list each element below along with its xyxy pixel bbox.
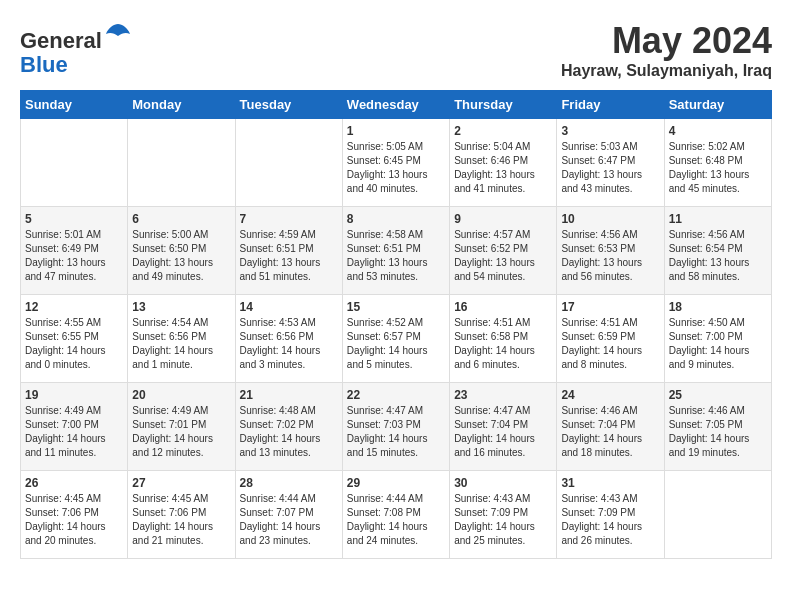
calendar-cell: 13Sunrise: 4:54 AM Sunset: 6:56 PM Dayli… — [128, 295, 235, 383]
calendar-cell: 25Sunrise: 4:46 AM Sunset: 7:05 PM Dayli… — [664, 383, 771, 471]
calendar-week-row: 19Sunrise: 4:49 AM Sunset: 7:00 PM Dayli… — [21, 383, 772, 471]
day-number: 2 — [454, 124, 552, 138]
calendar-cell: 3Sunrise: 5:03 AM Sunset: 6:47 PM Daylig… — [557, 119, 664, 207]
calendar-cell — [21, 119, 128, 207]
day-info: Sunrise: 5:03 AM Sunset: 6:47 PM Dayligh… — [561, 140, 659, 196]
day-info: Sunrise: 4:56 AM Sunset: 6:54 PM Dayligh… — [669, 228, 767, 284]
calendar-week-row: 5Sunrise: 5:01 AM Sunset: 6:49 PM Daylig… — [21, 207, 772, 295]
calendar-cell: 10Sunrise: 4:56 AM Sunset: 6:53 PM Dayli… — [557, 207, 664, 295]
day-number: 4 — [669, 124, 767, 138]
day-number: 27 — [132, 476, 230, 490]
day-info: Sunrise: 5:01 AM Sunset: 6:49 PM Dayligh… — [25, 228, 123, 284]
calendar-cell: 16Sunrise: 4:51 AM Sunset: 6:58 PM Dayli… — [450, 295, 557, 383]
calendar-table: SundayMondayTuesdayWednesdayThursdayFrid… — [20, 90, 772, 559]
day-info: Sunrise: 4:44 AM Sunset: 7:07 PM Dayligh… — [240, 492, 338, 548]
calendar-cell: 20Sunrise: 4:49 AM Sunset: 7:01 PM Dayli… — [128, 383, 235, 471]
day-number: 6 — [132, 212, 230, 226]
day-number: 8 — [347, 212, 445, 226]
calendar-cell: 24Sunrise: 4:46 AM Sunset: 7:04 PM Dayli… — [557, 383, 664, 471]
day-of-week-friday: Friday — [557, 91, 664, 119]
day-number: 11 — [669, 212, 767, 226]
calendar-cell: 23Sunrise: 4:47 AM Sunset: 7:04 PM Dayli… — [450, 383, 557, 471]
day-number: 10 — [561, 212, 659, 226]
day-of-week-wednesday: Wednesday — [342, 91, 449, 119]
calendar-cell: 21Sunrise: 4:48 AM Sunset: 7:02 PM Dayli… — [235, 383, 342, 471]
calendar-week-row: 26Sunrise: 4:45 AM Sunset: 7:06 PM Dayli… — [21, 471, 772, 559]
calendar-cell: 15Sunrise: 4:52 AM Sunset: 6:57 PM Dayli… — [342, 295, 449, 383]
day-number: 19 — [25, 388, 123, 402]
day-number: 1 — [347, 124, 445, 138]
day-info: Sunrise: 4:48 AM Sunset: 7:02 PM Dayligh… — [240, 404, 338, 460]
day-info: Sunrise: 4:46 AM Sunset: 7:05 PM Dayligh… — [669, 404, 767, 460]
logo-blue: Blue — [20, 52, 68, 77]
day-number: 25 — [669, 388, 767, 402]
day-info: Sunrise: 4:51 AM Sunset: 6:58 PM Dayligh… — [454, 316, 552, 372]
day-number: 15 — [347, 300, 445, 314]
calendar-cell: 12Sunrise: 4:55 AM Sunset: 6:55 PM Dayli… — [21, 295, 128, 383]
day-info: Sunrise: 5:05 AM Sunset: 6:45 PM Dayligh… — [347, 140, 445, 196]
day-info: Sunrise: 4:49 AM Sunset: 7:01 PM Dayligh… — [132, 404, 230, 460]
day-number: 30 — [454, 476, 552, 490]
day-number: 13 — [132, 300, 230, 314]
calendar-cell: 27Sunrise: 4:45 AM Sunset: 7:06 PM Dayli… — [128, 471, 235, 559]
day-info: Sunrise: 4:54 AM Sunset: 6:56 PM Dayligh… — [132, 316, 230, 372]
logo-bird-icon — [104, 20, 132, 48]
calendar-cell: 1Sunrise: 5:05 AM Sunset: 6:45 PM Daylig… — [342, 119, 449, 207]
calendar-cell: 2Sunrise: 5:04 AM Sunset: 6:46 PM Daylig… — [450, 119, 557, 207]
day-number: 21 — [240, 388, 338, 402]
day-info: Sunrise: 4:45 AM Sunset: 7:06 PM Dayligh… — [25, 492, 123, 548]
calendar-cell: 18Sunrise: 4:50 AM Sunset: 7:00 PM Dayli… — [664, 295, 771, 383]
day-of-week-saturday: Saturday — [664, 91, 771, 119]
day-info: Sunrise: 5:00 AM Sunset: 6:50 PM Dayligh… — [132, 228, 230, 284]
day-number: 17 — [561, 300, 659, 314]
calendar-cell: 6Sunrise: 5:00 AM Sunset: 6:50 PM Daylig… — [128, 207, 235, 295]
calendar-cell — [128, 119, 235, 207]
calendar-cell: 8Sunrise: 4:58 AM Sunset: 6:51 PM Daylig… — [342, 207, 449, 295]
day-info: Sunrise: 4:46 AM Sunset: 7:04 PM Dayligh… — [561, 404, 659, 460]
day-number: 16 — [454, 300, 552, 314]
day-info: Sunrise: 4:59 AM Sunset: 6:51 PM Dayligh… — [240, 228, 338, 284]
day-info: Sunrise: 4:55 AM Sunset: 6:55 PM Dayligh… — [25, 316, 123, 372]
day-info: Sunrise: 4:47 AM Sunset: 7:03 PM Dayligh… — [347, 404, 445, 460]
day-number: 9 — [454, 212, 552, 226]
calendar-cell: 26Sunrise: 4:45 AM Sunset: 7:06 PM Dayli… — [21, 471, 128, 559]
day-of-week-tuesday: Tuesday — [235, 91, 342, 119]
day-info: Sunrise: 4:47 AM Sunset: 7:04 PM Dayligh… — [454, 404, 552, 460]
day-number: 5 — [25, 212, 123, 226]
calendar-cell: 7Sunrise: 4:59 AM Sunset: 6:51 PM Daylig… — [235, 207, 342, 295]
day-info: Sunrise: 4:44 AM Sunset: 7:08 PM Dayligh… — [347, 492, 445, 548]
day-number: 31 — [561, 476, 659, 490]
day-of-week-monday: Monday — [128, 91, 235, 119]
day-info: Sunrise: 4:43 AM Sunset: 7:09 PM Dayligh… — [561, 492, 659, 548]
day-of-week-sunday: Sunday — [21, 91, 128, 119]
day-number: 3 — [561, 124, 659, 138]
day-info: Sunrise: 5:04 AM Sunset: 6:46 PM Dayligh… — [454, 140, 552, 196]
calendar-cell: 19Sunrise: 4:49 AM Sunset: 7:00 PM Dayli… — [21, 383, 128, 471]
calendar-cell: 28Sunrise: 4:44 AM Sunset: 7:07 PM Dayli… — [235, 471, 342, 559]
day-info: Sunrise: 4:51 AM Sunset: 6:59 PM Dayligh… — [561, 316, 659, 372]
title-block: May 2024 Hayraw, Sulaymaniyah, Iraq — [561, 20, 772, 80]
day-info: Sunrise: 4:43 AM Sunset: 7:09 PM Dayligh… — [454, 492, 552, 548]
day-info: Sunrise: 4:56 AM Sunset: 6:53 PM Dayligh… — [561, 228, 659, 284]
location: Hayraw, Sulaymaniyah, Iraq — [561, 62, 772, 80]
day-info: Sunrise: 4:53 AM Sunset: 6:56 PM Dayligh… — [240, 316, 338, 372]
calendar-cell: 4Sunrise: 5:02 AM Sunset: 6:48 PM Daylig… — [664, 119, 771, 207]
calendar-cell: 31Sunrise: 4:43 AM Sunset: 7:09 PM Dayli… — [557, 471, 664, 559]
day-info: Sunrise: 4:50 AM Sunset: 7:00 PM Dayligh… — [669, 316, 767, 372]
logo: General Blue — [20, 20, 132, 77]
day-number: 23 — [454, 388, 552, 402]
day-of-week-thursday: Thursday — [450, 91, 557, 119]
calendar-cell: 5Sunrise: 5:01 AM Sunset: 6:49 PM Daylig… — [21, 207, 128, 295]
calendar-cell: 29Sunrise: 4:44 AM Sunset: 7:08 PM Dayli… — [342, 471, 449, 559]
day-number: 20 — [132, 388, 230, 402]
day-number: 22 — [347, 388, 445, 402]
day-number: 12 — [25, 300, 123, 314]
day-number: 24 — [561, 388, 659, 402]
calendar-cell: 14Sunrise: 4:53 AM Sunset: 6:56 PM Dayli… — [235, 295, 342, 383]
day-info: Sunrise: 4:52 AM Sunset: 6:57 PM Dayligh… — [347, 316, 445, 372]
day-number: 28 — [240, 476, 338, 490]
day-info: Sunrise: 5:02 AM Sunset: 6:48 PM Dayligh… — [669, 140, 767, 196]
page-header: General Blue May 2024 Hayraw, Sulaymaniy… — [20, 20, 772, 80]
day-info: Sunrise: 4:58 AM Sunset: 6:51 PM Dayligh… — [347, 228, 445, 284]
calendar-week-row: 1Sunrise: 5:05 AM Sunset: 6:45 PM Daylig… — [21, 119, 772, 207]
